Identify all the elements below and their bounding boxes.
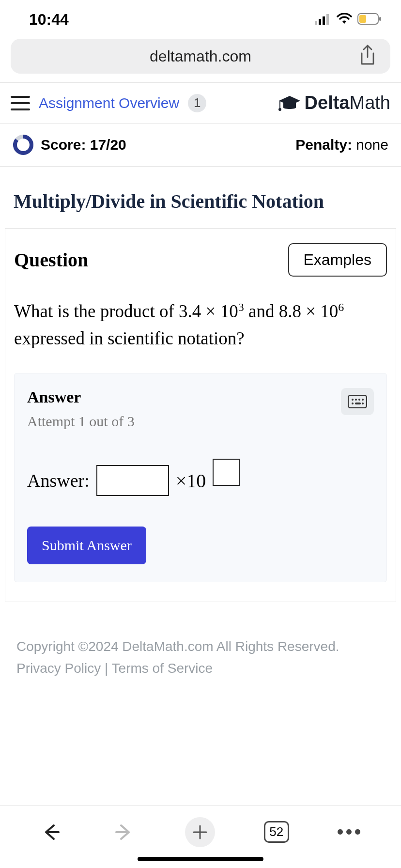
share-icon[interactable] xyxy=(358,45,377,68)
keyboard-button[interactable] xyxy=(341,388,374,415)
svg-point-16 xyxy=(355,399,357,401)
tabs-count: 52 xyxy=(269,824,283,839)
val2-exp: 6 xyxy=(338,301,344,313)
penalty-value: none xyxy=(356,137,388,153)
svg-rect-1 xyxy=(319,19,321,25)
forward-button[interactable] xyxy=(112,820,136,844)
keyboard-icon xyxy=(348,395,367,408)
cellular-icon xyxy=(315,11,331,29)
svg-rect-6 xyxy=(379,17,381,21)
back-button[interactable] xyxy=(39,820,63,844)
question-header: Question Examples xyxy=(14,243,387,277)
menu-icon[interactable] xyxy=(11,95,30,111)
times-ten-label: ×10 xyxy=(176,469,206,492)
brand-bold: Delta xyxy=(305,93,350,113)
answer-header: Answer Attempt 1 out of 3 xyxy=(27,388,374,459)
svg-rect-5 xyxy=(359,15,366,23)
score-ring-icon xyxy=(13,134,34,155)
svg-point-11 xyxy=(278,108,281,111)
val2-coef: 8.8 xyxy=(279,301,301,321)
more-icon: ••• xyxy=(337,821,363,843)
answer-heading: Answer xyxy=(27,388,135,406)
footer-sep: | xyxy=(101,661,111,676)
new-tab-button[interactable] xyxy=(185,817,215,847)
home-indicator[interactable] xyxy=(138,857,263,861)
val1-exp: 3 xyxy=(238,301,244,313)
terms-link[interactable]: Terms of Service xyxy=(112,661,213,676)
plus-icon xyxy=(192,824,208,840)
url-bar-container: deltamath.com xyxy=(0,34,401,82)
question-card: Question Examples What is the product of… xyxy=(5,228,396,602)
app-header: Assignment Overview 1 DeltaMath xyxy=(0,82,401,124)
wifi-icon xyxy=(336,11,353,29)
tabs-button[interactable]: 52 xyxy=(264,821,289,843)
url-bar[interactable]: deltamath.com xyxy=(11,39,390,74)
forward-icon xyxy=(114,822,134,842)
copyright-text: Copyright ©2024 DeltaMath.com All Rights… xyxy=(16,636,385,658)
answer-box: Answer Attempt 1 out of 3 Answer: ×10 Su… xyxy=(14,373,387,582)
svg-point-15 xyxy=(352,399,354,401)
privacy-link[interactable]: Privacy Policy xyxy=(16,661,101,676)
status-time: 10:44 xyxy=(29,11,69,29)
svg-rect-14 xyxy=(348,395,367,408)
question-heading: Question xyxy=(14,248,88,271)
assignment-overview-link[interactable]: Assignment Overview xyxy=(39,95,179,111)
submit-answer-button[interactable]: Submit Answer xyxy=(27,527,146,564)
status-bar: 10:44 xyxy=(0,0,401,34)
answer-label: Answer: xyxy=(27,470,90,491)
prompt-prefix: What is the product of xyxy=(14,301,179,321)
brand-logo[interactable]: DeltaMath xyxy=(278,93,390,113)
topic-title: Multiply/Divide in Scientific Notation xyxy=(0,167,401,228)
more-button[interactable]: ••• xyxy=(338,820,362,844)
battery-icon xyxy=(357,11,382,29)
browser-toolbar: 52 ••• xyxy=(0,805,401,868)
overview-badge: 1 xyxy=(188,94,206,112)
score-row: Score: 17/20 Penalty: none xyxy=(0,124,401,167)
coefficient-input[interactable] xyxy=(96,465,169,496)
examples-button[interactable]: Examples xyxy=(288,243,387,277)
answer-input-line: Answer: ×10 xyxy=(27,459,374,502)
penalty: Penalty: none xyxy=(295,137,388,153)
grad-cap-icon xyxy=(278,95,301,111)
score-left: Score: 17/20 xyxy=(13,134,126,155)
prompt-mid: and xyxy=(244,301,279,321)
svg-rect-3 xyxy=(326,14,329,25)
question-prompt: What is the product of 3.4 × 103 and 8.8… xyxy=(14,298,387,352)
svg-point-19 xyxy=(352,403,354,404)
url-text: deltamath.com xyxy=(11,47,390,65)
prompt-suffix: expressed in scientific notation? xyxy=(14,328,245,348)
svg-point-18 xyxy=(362,399,364,401)
svg-rect-0 xyxy=(315,21,317,25)
val1-coef: 3.4 xyxy=(179,301,201,321)
svg-rect-20 xyxy=(355,403,361,404)
status-icons xyxy=(315,11,382,29)
svg-point-17 xyxy=(358,399,360,401)
brand-light: Math xyxy=(350,93,390,113)
svg-point-21 xyxy=(362,403,364,404)
page-footer: Copyright ©2024 DeltaMath.com All Rights… xyxy=(0,602,401,694)
svg-rect-2 xyxy=(323,16,325,25)
back-icon xyxy=(41,822,61,842)
penalty-label: Penalty: xyxy=(295,137,356,153)
score-text: Score: 17/20 xyxy=(41,137,126,153)
attempt-text: Attempt 1 out of 3 xyxy=(27,413,135,430)
exponent-input[interactable] xyxy=(213,459,240,486)
